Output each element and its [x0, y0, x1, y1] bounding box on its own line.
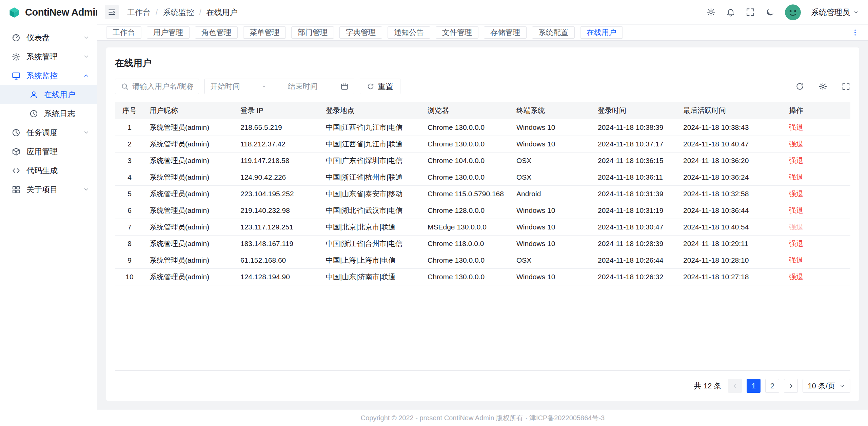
tab-item[interactable]: 角色管理 [195, 26, 238, 39]
pagination-prev-button[interactable] [728, 379, 742, 393]
user-menu[interactable]: 系统管理员 [811, 7, 859, 18]
page-size-select[interactable]: 10 条/页 [803, 379, 850, 393]
table-fullscreen-icon[interactable] [842, 82, 850, 91]
breadcrumb-item[interactable]: 系统监控 [163, 7, 194, 18]
force-logout-link[interactable]: 强退 [789, 223, 803, 231]
sidebar-item-app-management[interactable]: 应用管理 [0, 142, 97, 161]
force-logout-link[interactable]: 强退 [789, 256, 803, 264]
sidebar-item-about-project[interactable]: 关于项目 [0, 180, 97, 199]
sidebar-item-system-logs[interactable]: 系统日志 [0, 104, 97, 123]
sidebar-item-label: 在线用户 [44, 89, 90, 100]
cell-action: 强退 [784, 119, 850, 136]
pagination-page-1[interactable]: 1 [747, 379, 761, 393]
cell-no: 8 [115, 235, 144, 252]
date-end-placeholder: 结束时间 [288, 81, 318, 92]
box-icon [12, 147, 21, 156]
force-logout-link[interactable]: 强退 [789, 140, 803, 148]
chevron-down-icon [839, 383, 845, 389]
cell-last-active-time: 2024-11-18 10:32:58 [678, 185, 784, 202]
sidebar-collapse-button[interactable] [105, 5, 119, 19]
table-row: 2 系统管理员(admin) 118.212.37.42 中国|江西省|九江市|… [115, 136, 850, 152]
sidebar-item-task-scheduling[interactable]: 任务调度 [0, 123, 97, 142]
tab-item[interactable]: 存储管理 [484, 26, 527, 39]
cell-nickname: 系统管理员(admin) [144, 235, 235, 252]
user-avatar[interactable] [785, 4, 801, 20]
tab-item[interactable]: 在线用户 [580, 26, 623, 39]
sidebar-item-code-generation[interactable]: 代码生成 [0, 161, 97, 180]
tab-bar-list: 工作台 用户管理 角色管理 菜单管理 部门管理 字典管理 通知公告 文件管理 存… [106, 26, 623, 39]
breadcrumb-item-current: 在线用户 [206, 7, 238, 18]
force-logout-link[interactable]: 强退 [789, 123, 803, 131]
cell-login-location: 中国|湖北省|武汉市|电信 [320, 202, 422, 219]
fullscreen-icon[interactable] [746, 7, 755, 17]
refresh-icon [367, 83, 374, 90]
tab-item[interactable]: 用户管理 [147, 26, 190, 39]
tab-item[interactable]: 字典管理 [339, 26, 382, 39]
tab-label: 用户管理 [153, 27, 183, 38]
cell-browser: Chrome 115.0.5790.168 [422, 185, 511, 202]
force-logout-link[interactable]: 强退 [789, 173, 803, 181]
sidebar-item-label: 关于项目 [26, 184, 77, 195]
force-logout-link[interactable]: 强退 [789, 273, 803, 281]
pagination-page-2[interactable]: 2 [765, 379, 779, 393]
search-icon [121, 82, 129, 90]
cell-login-location: 中国|广东省|深圳市|电信 [320, 152, 422, 169]
table-refresh-icon[interactable] [795, 82, 804, 91]
cell-action: 强退 [784, 152, 850, 169]
cell-os: OSX [511, 169, 592, 185]
tab-item[interactable]: 通知公告 [388, 26, 430, 39]
column-header: 最后活跃时间 [678, 102, 784, 119]
topbar-actions: 系统管理员 [706, 4, 859, 20]
date-range-picker[interactable]: 开始时间 - 结束时间 [204, 79, 354, 94]
table-row: 3 系统管理员(admin) 119.147.218.58 中国|广东省|深圳市… [115, 152, 850, 169]
sidebar-item-online-users[interactable]: 在线用户 [0, 85, 97, 104]
user-icon [29, 90, 38, 99]
notifications-bell-icon[interactable] [726, 7, 735, 17]
tab-label: 文件管理 [442, 27, 472, 38]
breadcrumb-item[interactable]: 工作台 [127, 7, 151, 18]
force-logout-link[interactable]: 强退 [789, 240, 803, 247]
force-logout-link[interactable]: 强退 [789, 190, 803, 198]
cell-os: Windows 10 [511, 219, 592, 235]
cell-no: 2 [115, 136, 144, 152]
sidebar-item-dashboard[interactable]: 仪表盘 [0, 28, 97, 47]
topbar: 工作台 / 系统监控 / 在线用户 系统管理员 [97, 0, 868, 25]
tab-label: 系统配置 [538, 27, 568, 38]
brand-title: ContiNew Admin [25, 7, 101, 18]
force-logout-link[interactable]: 强退 [789, 157, 803, 164]
pagination-next-button[interactable] [784, 379, 798, 393]
page-size-value: 10 条/页 [808, 381, 835, 391]
cell-login-location: 中国|北京|北京市|联通 [320, 219, 422, 235]
sidebar-item-system-monitor[interactable]: 系统监控 [0, 66, 97, 85]
tab-label: 在线用户 [587, 27, 616, 38]
user-name: 系统管理员 [811, 7, 850, 18]
tab-item[interactable]: 工作台 [106, 26, 141, 39]
force-logout-link[interactable]: 强退 [789, 206, 803, 214]
clock-icon [12, 128, 21, 137]
cell-action: 强退 [784, 202, 850, 219]
tab-item[interactable]: 部门管理 [291, 26, 334, 39]
search-input[interactable] [115, 79, 199, 94]
column-header: 操作 [784, 102, 850, 119]
tab-item[interactable]: 系统配置 [532, 26, 575, 39]
cell-os: Windows 10 [511, 268, 592, 285]
reset-button[interactable]: 重置 [360, 79, 400, 94]
cell-browser: MSEdge 130.0.0.0 [422, 219, 511, 235]
dark-mode-moon-icon[interactable] [765, 7, 775, 17]
cell-action: 强退 [784, 252, 850, 268]
tab-item[interactable]: 菜单管理 [243, 26, 286, 39]
main-column: 工作台 / 系统监控 / 在线用户 系统管理员 工作台 用户管理 角色管理 菜单… [97, 0, 868, 426]
cell-os: Android [511, 185, 592, 202]
column-settings-gear-icon[interactable] [818, 82, 827, 91]
chevron-down-icon [83, 186, 90, 193]
table-row: 7 系统管理员(admin) 123.117.129.251 中国|北京|北京市… [115, 219, 850, 235]
tab-item[interactable]: 文件管理 [436, 26, 478, 39]
sidebar-item-system-management[interactable]: 系统管理 [0, 47, 97, 66]
cell-nickname: 系统管理员(admin) [144, 202, 235, 219]
settings-gear-icon[interactable] [706, 7, 716, 17]
cell-action: 强退 [784, 169, 850, 185]
search-field[interactable] [132, 82, 193, 91]
brand[interactable]: ContiNew Admin [0, 0, 97, 25]
tab-actions-icon[interactable] [851, 28, 859, 37]
tab-label: 字典管理 [346, 27, 376, 38]
